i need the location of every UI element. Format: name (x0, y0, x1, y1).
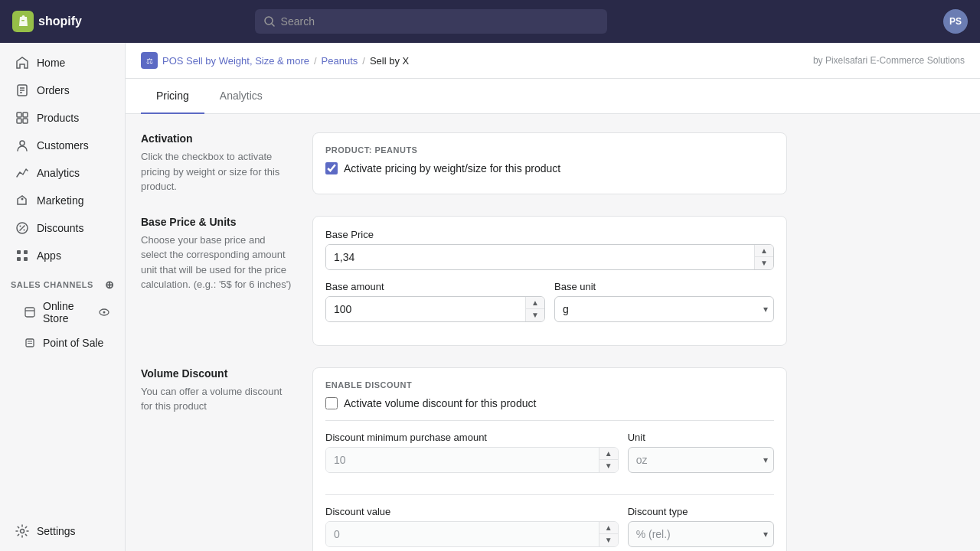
activate-pricing-checkbox[interactable] (325, 162, 338, 174)
discount-value-up-button[interactable]: ▲ (599, 522, 618, 534)
eye-icon[interactable] (99, 307, 109, 318)
sidebar-item-home[interactable]: Home (5, 50, 120, 76)
online-store-label: Online Store (43, 300, 91, 324)
activate-discount-checkbox[interactable] (325, 397, 338, 409)
discount-value-input[interactable] (326, 522, 599, 546)
svg-point-24 (103, 311, 106, 314)
min-purchase-down-button[interactable]: ▼ (599, 459, 618, 472)
pos-label: Point of Sale (43, 337, 103, 349)
base-amount-down-button[interactable]: ▼ (526, 308, 544, 321)
sidebar-item-settings[interactable]: Settings (5, 518, 120, 544)
sidebar-label-customers: Customers (37, 139, 89, 152)
customers-icon (15, 139, 29, 152)
settings-label: Settings (37, 525, 76, 537)
avatar[interactable]: PS (943, 9, 968, 34)
base-price-title: Base Price & Units (141, 216, 294, 228)
breadcrumb-current: Sell by X (370, 55, 409, 67)
activate-pricing-label: Activate pricing by weight/size for this… (344, 162, 560, 174)
base-amount-spinbox: ▲ ▼ (325, 296, 545, 322)
activate-discount-label: Activate volume discount for this produc… (344, 397, 536, 409)
sidebar-item-apps[interactable]: Apps (5, 243, 120, 269)
volume-discount-label: Volume Discount You can offer a volume d… (141, 367, 294, 552)
min-purchase-spinbox: ▲ ▼ (325, 447, 619, 473)
base-unit-select-wrapper: g kg oz lb cm in (554, 296, 774, 322)
base-price-card: Base Price ▲ ▼ Base amount (312, 216, 787, 346)
analytics-icon (15, 166, 29, 180)
search-input[interactable] (281, 9, 598, 34)
orders-icon (15, 83, 29, 97)
svg-rect-19 (17, 257, 21, 261)
breadcrumb: ⚖ POS Sell by Weight, Size & more / Pean… (141, 52, 409, 69)
sidebar-label-analytics: Analytics (37, 167, 80, 179)
base-price-field-label: Base Price (325, 229, 774, 240)
base-price-description: Choose your base price and select the co… (141, 233, 294, 292)
sidebar-item-products[interactable]: Products (5, 105, 120, 131)
base-price-down-button[interactable]: ▼ (755, 256, 773, 269)
base-amount-up-button[interactable]: ▲ (526, 297, 544, 309)
sidebar-item-customers[interactable]: Customers (5, 132, 120, 158)
discount-unit-label: Unit (628, 432, 774, 443)
min-purchase-spin-buttons: ▲ ▼ (599, 448, 618, 472)
base-price-section: Base Price & Units Choose your base pric… (141, 216, 965, 346)
discount-value-row: Discount value ▲ ▼ Discount type (325, 506, 774, 552)
sidebar-item-orders[interactable]: Orders (5, 77, 120, 103)
discount-type-select-wrapper: % (rel.) $ (abs.) (628, 521, 774, 547)
min-purchase-input[interactable] (326, 448, 599, 472)
base-price-up-button[interactable]: ▲ (755, 245, 773, 257)
discount-value-group: Discount value ▲ ▼ (325, 506, 619, 547)
volume-discount-card: ENABLE DISCOUNT Activate volume discount… (312, 367, 787, 552)
svg-line-2 (272, 24, 274, 26)
by-label: by Pixelsafari E-Commerce Solutions (813, 55, 965, 66)
add-channel-icon[interactable]: ⊕ (105, 279, 115, 291)
products-icon (15, 111, 29, 125)
svg-point-28 (21, 530, 24, 533)
base-unit-select[interactable]: g kg oz lb cm in (554, 296, 774, 322)
svg-rect-20 (24, 257, 28, 261)
breadcrumb-app-link[interactable]: POS Sell by Weight, Size & more (162, 55, 309, 67)
svg-rect-10 (23, 119, 28, 123)
sidebar-label-marketing: Marketing (37, 194, 83, 207)
breadcrumb-product-link[interactable]: Peanuts (322, 55, 358, 67)
svg-point-12 (21, 198, 24, 201)
sidebar: Home Orders (0, 43, 126, 551)
svg-rect-9 (17, 119, 21, 123)
sidebar-item-online-store[interactable]: Online Store (5, 295, 120, 330)
volume-discount-description: You can offer a volume discount for this… (141, 384, 294, 414)
sidebar-item-marketing[interactable]: Marketing (5, 187, 120, 214)
min-purchase-up-button[interactable]: ▲ (599, 448, 618, 460)
svg-rect-18 (24, 250, 28, 254)
shopify-wordmark: shopify (38, 15, 82, 28)
base-unit-label: Base unit (554, 281, 774, 292)
content-area: Activation Click the checkbox to activat… (126, 114, 980, 551)
breadcrumb-bar: ⚖ POS Sell by Weight, Size & more / Pean… (126, 43, 980, 79)
tab-pricing[interactable]: Pricing (141, 79, 204, 114)
discount-unit-select[interactable]: oz g kg lb cm in (628, 447, 774, 473)
svg-rect-7 (17, 112, 21, 117)
divider-1 (325, 420, 774, 421)
svg-point-11 (20, 141, 24, 145)
sidebar-label-home: Home (37, 57, 65, 69)
svg-rect-8 (23, 112, 28, 117)
activation-title: Activation (141, 132, 294, 145)
base-price-spinbox: ▲ ▼ (325, 244, 774, 270)
base-amount-input[interactable] (326, 297, 525, 321)
sidebar-item-analytics[interactable]: Analytics (5, 160, 120, 186)
sidebar-item-point-of-sale[interactable]: Point of Sale (5, 331, 120, 354)
sidebar-item-discounts[interactable]: Discounts (5, 215, 120, 241)
sidebar-label-orders: Orders (37, 84, 70, 96)
shopify-bag-icon (12, 11, 34, 32)
discount-unit-group: Unit oz g kg lb cm in (628, 432, 774, 473)
base-price-input[interactable] (326, 245, 754, 269)
svg-rect-21 (25, 308, 34, 317)
divider-2 (325, 494, 774, 495)
main-content: ⚖ POS Sell by Weight, Size & more / Pean… (126, 43, 980, 551)
discount-type-group: Discount type % (rel.) $ (abs.) (628, 506, 774, 547)
discount-value-down-button[interactable]: ▼ (599, 533, 618, 546)
pos-icon (24, 337, 35, 348)
tab-analytics[interactable]: Analytics (204, 79, 278, 114)
discount-value-spinbox: ▲ ▼ (325, 521, 619, 547)
base-amount-spin-buttons: ▲ ▼ (525, 297, 544, 321)
discount-type-select[interactable]: % (rel.) $ (abs.) (628, 521, 774, 547)
search-bar[interactable] (255, 9, 607, 34)
activation-description: Click the checkbox to activate pricing b… (141, 149, 294, 194)
